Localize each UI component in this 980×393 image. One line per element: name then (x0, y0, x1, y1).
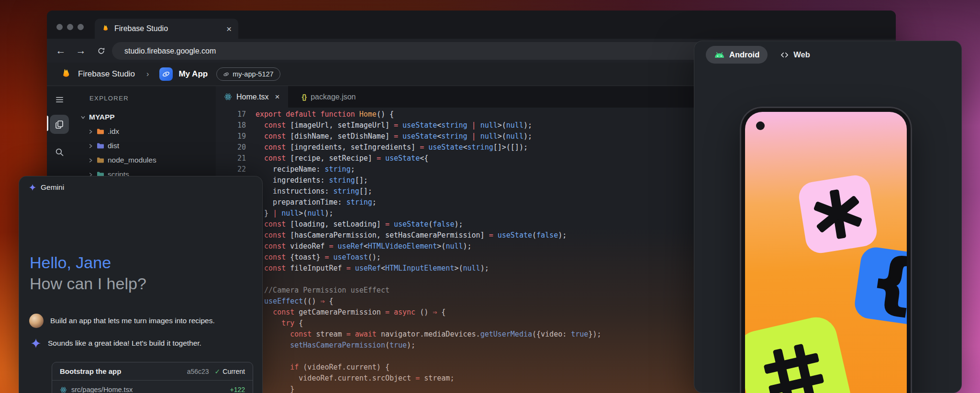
file-path: src/pages/Home.tsx (71, 386, 225, 393)
folder-label: dist (108, 142, 119, 150)
explorer-root-label: MYAPP (89, 113, 115, 121)
editor-tab-label: Home.tsx (236, 93, 269, 101)
browser-tab-strip: Firebase Studio × (47, 11, 896, 39)
web-label: Web (793, 50, 810, 59)
traffic-light-close[interactable] (56, 24, 63, 30)
project-id-badge[interactable]: my-app-5127 (216, 67, 280, 81)
explorer-folder-.idx[interactable]: .idx (72, 124, 216, 139)
user-message: Build an app that lets me turn images in… (50, 317, 215, 325)
phone-frame: { (740, 107, 912, 393)
android-label: Android (729, 50, 759, 59)
gemini-star-icon (29, 184, 36, 191)
explorer-folder-dist[interactable]: dist (72, 139, 216, 153)
traffic-light-minimize[interactable] (67, 24, 73, 30)
tab-close-icon[interactable]: × (226, 24, 232, 33)
explorer-root-myapp[interactable]: MYAPP (72, 110, 216, 124)
folder-icon (97, 142, 104, 149)
gemini-title: Gemini (41, 183, 64, 192)
check-icon: ✓ (215, 368, 221, 375)
explorer-title: EXPLORER (89, 95, 129, 102)
folder-icon (97, 157, 104, 164)
project-id-label: my-app-5127 (233, 70, 273, 78)
search-button[interactable] (50, 142, 69, 162)
device-preview-panel: Android Web { (694, 41, 962, 393)
firebase-favicon-icon (101, 24, 110, 34)
forward-button[interactable]: → (73, 39, 89, 63)
browser-tab-title: Firebase Studio (114, 24, 222, 33)
pink-tile (797, 173, 879, 255)
chevron-right-icon (88, 143, 93, 149)
copy-pages-icon (55, 120, 64, 129)
assistant-message-row: Sounds like a great idea! Let's build it… (29, 338, 201, 349)
android-toggle[interactable]: Android (706, 46, 768, 64)
blue-tile: { (853, 245, 907, 326)
browser-tab[interactable]: Firebase Studio × (95, 19, 238, 39)
platform-toggle: Android Web (706, 46, 810, 64)
lime-tile (745, 313, 855, 393)
android-icon (714, 52, 725, 58)
task-card[interactable]: Bootstrap the app a56c23 ✓ Current src/p… (52, 362, 253, 393)
phone-screen: { (745, 112, 907, 393)
back-button[interactable]: ← (53, 39, 68, 63)
chevron-right-icon (88, 158, 93, 163)
search-icon (55, 148, 64, 157)
folder-label: node_modules (108, 156, 156, 164)
files-button[interactable] (50, 115, 69, 134)
badge-icon (223, 71, 229, 77)
editor-tab-close-icon[interactable]: × (275, 92, 280, 102)
code-icon (780, 51, 789, 59)
camera-punch-hole (756, 121, 765, 130)
gemini-greeting: Hello, Jane How can I help? (30, 252, 146, 294)
explorer-folders: .idxdistnode_modulesscripts (72, 124, 216, 182)
assistant-message: Sounds like a great idea! Let's build it… (48, 339, 201, 348)
project-name[interactable]: My App (178, 69, 208, 79)
task-card-header: Bootstrap the app a56c23 ✓ Current (52, 362, 253, 381)
status-badge: Current (223, 368, 245, 375)
breadcrumb-separator-icon: › (146, 70, 149, 78)
tab-home-tsx[interactable]: Home.tsx × (216, 86, 288, 108)
diff-count: +122 (230, 386, 245, 393)
menu-button[interactable] (50, 90, 69, 109)
url-text: studio.firebase.google.com (124, 47, 216, 55)
asterisk-icon (809, 185, 867, 243)
explorer-tree: MYAPP .idxdistnode_modulesscripts (72, 110, 216, 182)
firebase-logo-icon (60, 67, 72, 81)
editor-tab-label: package.json (311, 93, 356, 101)
chevron-right-icon (88, 129, 93, 134)
tab-package-json[interactable]: {} package.json (294, 86, 364, 108)
app-prototyper-icon (159, 67, 173, 81)
web-toggle[interactable]: Web (780, 50, 810, 59)
reload-button[interactable] (93, 39, 109, 63)
hamburger-icon (55, 95, 64, 104)
brace-glyph: { (867, 248, 907, 317)
react-icon (60, 386, 67, 393)
traffic-light-maximize[interactable] (78, 24, 84, 30)
greeting-name: Hello, Jane (30, 253, 111, 272)
braces-icon: {} (302, 93, 307, 101)
user-message-row: Build an app that lets me turn images in… (29, 314, 215, 328)
gemini-star-icon (31, 338, 41, 349)
gemini-header: Gemini (29, 183, 64, 192)
explorer-folder-node_modules[interactable]: node_modules (72, 153, 216, 167)
commit-hash: a56c23 (187, 368, 209, 375)
user-avatar (29, 314, 44, 328)
task-card-file-row[interactable]: src/pages/Home.tsx +122 (52, 381, 253, 393)
gemini-panel: Gemini Hello, Jane How can I help? Build… (19, 176, 263, 393)
brand-title[interactable]: Firebase Studio (78, 69, 135, 79)
activity-selected-indicator (47, 116, 48, 131)
folder-icon (97, 128, 104, 135)
react-icon (224, 93, 232, 101)
chevron-down-icon (80, 115, 86, 120)
task-card-title: Bootstrap the app (60, 367, 187, 375)
hash-icon (757, 337, 831, 393)
greeting-question: How can I help? (30, 274, 146, 293)
folder-label: .idx (108, 127, 119, 136)
